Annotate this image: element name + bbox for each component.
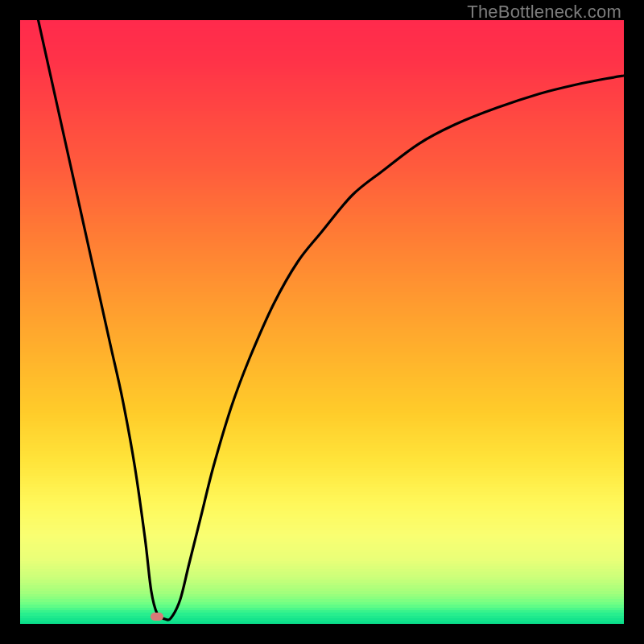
plot-area <box>20 20 624 624</box>
bottleneck-curve <box>20 20 624 624</box>
minimum-marker <box>151 613 163 621</box>
chart-frame: TheBottleneck.com <box>0 0 644 644</box>
